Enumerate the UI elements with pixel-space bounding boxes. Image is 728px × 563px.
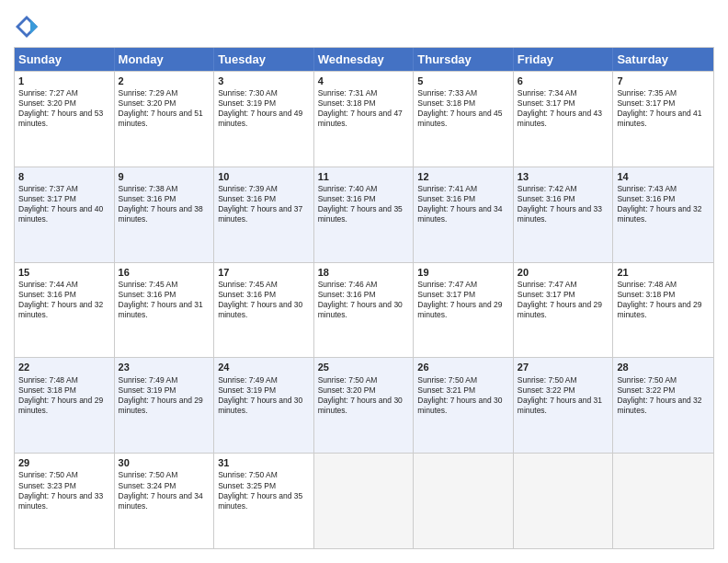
day-cell-26: 26Sunrise: 7:50 AMSunset: 3:21 PMDayligh… xyxy=(414,358,514,453)
day-cell-1: 1Sunrise: 7:27 AMSunset: 3:20 PMDaylight… xyxy=(15,72,115,167)
daylight-text: Daylight: 7 hours and 30 minutes. xyxy=(417,396,502,415)
sunrise-text: Sunrise: 7:47 AM xyxy=(518,280,577,289)
sunrise-text: Sunrise: 7:44 AM xyxy=(18,280,78,289)
day-cell-16: 16Sunrise: 7:45 AMSunset: 3:16 PMDayligh… xyxy=(115,263,215,358)
daylight-text: Daylight: 7 hours and 32 minutes. xyxy=(617,204,701,224)
day-cell-24: 24Sunrise: 7:49 AMSunset: 3:19 PMDayligh… xyxy=(214,358,314,453)
day-number: 10 xyxy=(218,170,310,183)
day-number: 1 xyxy=(18,75,110,87)
sunset-text: Sunset: 3:20 PM xyxy=(318,385,376,395)
day-number: 25 xyxy=(318,361,410,373)
daylight-text: Daylight: 7 hours and 29 minutes. xyxy=(18,396,103,415)
empty-cell xyxy=(514,454,614,548)
day-number: 7 xyxy=(617,75,710,87)
day-number: 23 xyxy=(119,361,210,373)
daylight-text: Daylight: 7 hours and 53 minutes. xyxy=(18,109,103,128)
sunrise-text: Sunrise: 7:50 AM xyxy=(119,470,178,479)
sunrise-text: Sunrise: 7:38 AM xyxy=(119,184,178,193)
daylight-text: Daylight: 7 hours and 30 minutes. xyxy=(318,300,403,319)
day-cell-30: 30Sunrise: 7:50 AMSunset: 3:24 PMDayligh… xyxy=(115,454,215,548)
day-number: 28 xyxy=(617,361,710,373)
sunrise-text: Sunrise: 7:33 AM xyxy=(417,88,477,98)
day-number: 8 xyxy=(18,170,110,183)
sunset-text: Sunset: 3:23 PM xyxy=(18,481,76,490)
sunset-text: Sunset: 3:16 PM xyxy=(318,290,376,299)
day-number: 24 xyxy=(218,361,310,373)
day-cell-19: 19Sunrise: 7:47 AMSunset: 3:17 PMDayligh… xyxy=(414,263,514,358)
week-row-1: 1Sunrise: 7:27 AMSunset: 3:20 PMDaylight… xyxy=(15,71,713,167)
day-number: 12 xyxy=(417,170,509,183)
day-number: 19 xyxy=(417,266,509,279)
day-cell-8: 8Sunrise: 7:37 AMSunset: 3:17 PMDaylight… xyxy=(15,167,115,262)
sunset-text: Sunset: 3:16 PM xyxy=(119,194,176,203)
day-cell-23: 23Sunrise: 7:49 AMSunset: 3:19 PMDayligh… xyxy=(115,358,215,453)
week-row-3: 15Sunrise: 7:44 AMSunset: 3:16 PMDayligh… xyxy=(15,262,713,358)
day-header-friday: Friday xyxy=(514,48,614,71)
day-header-wednesday: Wednesday xyxy=(314,48,415,71)
day-number: 17 xyxy=(218,266,310,279)
calendar-body: 1Sunrise: 7:27 AMSunset: 3:20 PMDaylight… xyxy=(15,71,713,548)
sunset-text: Sunset: 3:16 PM xyxy=(617,194,675,203)
sunset-text: Sunset: 3:18 PM xyxy=(617,290,675,299)
sunset-text: Sunset: 3:18 PM xyxy=(18,385,76,395)
daylight-text: Daylight: 7 hours and 40 minutes. xyxy=(18,204,103,224)
sunset-text: Sunset: 3:18 PM xyxy=(417,98,475,108)
day-cell-10: 10Sunrise: 7:39 AMSunset: 3:16 PMDayligh… xyxy=(214,167,314,262)
logo-icon xyxy=(14,14,40,40)
sunrise-text: Sunrise: 7:48 AM xyxy=(18,375,78,385)
day-number: 16 xyxy=(119,266,210,279)
sunset-text: Sunset: 3:17 PM xyxy=(518,98,575,108)
sunset-text: Sunset: 3:17 PM xyxy=(617,98,675,108)
daylight-text: Daylight: 7 hours and 37 minutes. xyxy=(218,204,302,224)
sunset-text: Sunset: 3:18 PM xyxy=(318,98,376,108)
daylight-text: Daylight: 7 hours and 47 minutes. xyxy=(318,109,403,128)
day-number: 26 xyxy=(417,361,509,373)
day-cell-3: 3Sunrise: 7:30 AMSunset: 3:19 PMDaylight… xyxy=(214,72,314,167)
sunrise-text: Sunrise: 7:34 AM xyxy=(518,88,577,98)
sunset-text: Sunset: 3:16 PM xyxy=(18,290,76,299)
day-cell-22: 22Sunrise: 7:48 AMSunset: 3:18 PMDayligh… xyxy=(15,358,115,453)
daylight-text: Daylight: 7 hours and 34 minutes. xyxy=(417,204,502,224)
sunset-text: Sunset: 3:16 PM xyxy=(318,194,376,203)
day-number: 11 xyxy=(318,170,410,183)
daylight-text: Daylight: 7 hours and 34 minutes. xyxy=(119,491,203,511)
sunrise-text: Sunrise: 7:30 AM xyxy=(218,88,278,98)
sunrise-text: Sunrise: 7:50 AM xyxy=(617,375,677,385)
empty-cell xyxy=(613,454,713,548)
daylight-text: Daylight: 7 hours and 33 minutes. xyxy=(18,491,103,511)
sunset-text: Sunset: 3:22 PM xyxy=(518,385,575,395)
sunrise-text: Sunrise: 7:50 AM xyxy=(417,375,477,385)
day-number: 18 xyxy=(318,266,410,279)
sunset-text: Sunset: 3:17 PM xyxy=(518,290,575,299)
daylight-text: Daylight: 7 hours and 30 minutes. xyxy=(318,396,403,415)
daylight-text: Daylight: 7 hours and 29 minutes. xyxy=(119,396,203,415)
sunrise-text: Sunrise: 7:50 AM xyxy=(18,470,78,479)
sunrise-text: Sunrise: 7:40 AM xyxy=(318,184,378,193)
daylight-text: Daylight: 7 hours and 43 minutes. xyxy=(518,109,602,128)
sunset-text: Sunset: 3:20 PM xyxy=(18,98,76,108)
day-number: 22 xyxy=(18,361,110,373)
day-cell-31: 31Sunrise: 7:50 AMSunset: 3:25 PMDayligh… xyxy=(214,454,314,548)
sunrise-text: Sunrise: 7:35 AM xyxy=(617,88,677,98)
day-number: 9 xyxy=(119,170,210,183)
day-cell-18: 18Sunrise: 7:46 AMSunset: 3:16 PMDayligh… xyxy=(314,263,415,358)
page: SundayMondayTuesdayWednesdayThursdayFrid… xyxy=(0,0,728,563)
daylight-text: Daylight: 7 hours and 29 minutes. xyxy=(617,300,701,319)
day-number: 29 xyxy=(18,456,110,469)
daylight-text: Daylight: 7 hours and 32 minutes. xyxy=(18,300,103,319)
day-cell-12: 12Sunrise: 7:41 AMSunset: 3:16 PMDayligh… xyxy=(414,167,514,262)
logo xyxy=(14,14,41,40)
day-number: 27 xyxy=(518,361,609,373)
empty-cell xyxy=(314,454,415,548)
daylight-text: Daylight: 7 hours and 29 minutes. xyxy=(417,300,502,319)
sunset-text: Sunset: 3:21 PM xyxy=(417,385,475,395)
daylight-text: Daylight: 7 hours and 45 minutes. xyxy=(417,109,502,128)
day-header-thursday: Thursday xyxy=(414,48,514,71)
day-number: 4 xyxy=(318,75,410,87)
sunset-text: Sunset: 3:25 PM xyxy=(218,481,276,490)
day-header-saturday: Saturday xyxy=(613,48,713,71)
day-cell-21: 21Sunrise: 7:48 AMSunset: 3:18 PMDayligh… xyxy=(613,263,713,358)
sunset-text: Sunset: 3:16 PM xyxy=(518,194,575,203)
sunrise-text: Sunrise: 7:39 AM xyxy=(218,184,278,193)
daylight-text: Daylight: 7 hours and 31 minutes. xyxy=(119,300,203,319)
